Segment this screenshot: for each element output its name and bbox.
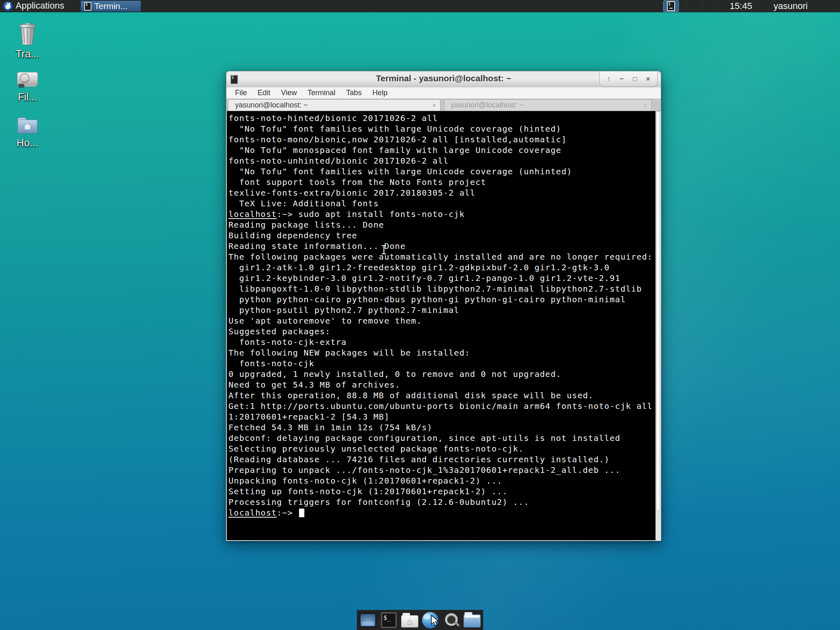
terminal-line: Setting up fonts-noto-cjk (1:20170601+re… bbox=[228, 486, 654, 497]
terminal-line: "No Tofu" monospaced font family with la… bbox=[228, 145, 654, 155]
taskbar-window-label: Termin... bbox=[94, 1, 128, 11]
desktop-icon-label: Ho... bbox=[5, 137, 50, 149]
tab-2[interactable]: yasunori@localhost: ~× bbox=[444, 99, 652, 111]
terminal-line: Use 'apt autoremove' to remove them. bbox=[228, 315, 654, 326]
terminal-line: "No Tofu" font families with large Unico… bbox=[228, 166, 654, 177]
tabbar: yasunori@localhost: ~×yasunori@localhost… bbox=[226, 98, 661, 111]
clock[interactable]: 15:45 bbox=[730, 1, 752, 11]
user-menu[interactable]: yasunori bbox=[774, 1, 808, 11]
terminal-line: Building dependency tree bbox=[228, 230, 654, 241]
applications-menu-icon[interactable] bbox=[3, 1, 13, 11]
panel-separator bbox=[687, 1, 687, 11]
dock-item-search[interactable] bbox=[443, 612, 460, 629]
dock bbox=[357, 610, 483, 630]
terminal-line: After this operation, 88.8 MB of additio… bbox=[228, 390, 654, 401]
menu-help[interactable]: Help bbox=[367, 89, 393, 97]
menubar: FileEditViewTerminalTabsHelp bbox=[226, 87, 661, 98]
file-manager-icon bbox=[463, 614, 481, 628]
systray-terminal-item[interactable] bbox=[663, 0, 679, 12]
terminal-line: gir1.2-keybinder-3.0 gir1.2-notify-0.7 g… bbox=[228, 273, 654, 283]
terminal-scrollbar[interactable] bbox=[655, 111, 660, 540]
trash-icon bbox=[18, 23, 37, 46]
window-controls: ↑−□× bbox=[599, 71, 657, 87]
terminal-screen[interactable]: fonts-noto-hinted/bionic 20171026-2 all … bbox=[226, 111, 661, 541]
close-button[interactable]: × bbox=[643, 74, 653, 84]
desktop-icon-filesystem[interactable]: Fil... bbox=[5, 71, 50, 103]
tab-label: yasunori@localhost: ~ bbox=[451, 101, 640, 110]
dock-item-home-folder[interactable] bbox=[401, 612, 418, 629]
terminal-line: 1:20170601+repack1-2 [54.3 MB] bbox=[228, 411, 654, 422]
home-folder-icon bbox=[16, 116, 39, 135]
desktop-wallpaper: Applications Termin... 15:45 yasunori bbox=[0, 0, 840, 630]
terminal-output: fonts-noto-hinted/bionic 20171026-2 all … bbox=[228, 113, 654, 518]
top-panel: Applications Termin... 15:45 yasunori bbox=[0, 0, 840, 12]
harddisk-icon bbox=[16, 71, 39, 89]
dock-item-show-desktop[interactable] bbox=[359, 612, 377, 629]
terminal-line: Reading state information... Done bbox=[228, 241, 654, 251]
dock-item-file-manager[interactable] bbox=[463, 612, 481, 629]
terminal-line: python-psutil python2.7 python2.7-minima… bbox=[228, 305, 654, 315]
terminal-icon bbox=[381, 612, 397, 628]
dock-item-terminal[interactable] bbox=[380, 612, 397, 629]
terminal-line: Get:1 http://ports.ubuntu.com/ubuntu-por… bbox=[228, 401, 654, 411]
terminal-line: The following NEW packages will be insta… bbox=[228, 347, 654, 358]
menu-file[interactable]: File bbox=[230, 89, 252, 97]
terminal-icon bbox=[667, 1, 675, 11]
applications-menu[interactable]: Applications bbox=[16, 0, 64, 11]
terminal-line: fonts-noto-cjk-extra bbox=[228, 337, 654, 347]
terminal-line: Fetched 54.3 MB in 1min 12s (754 kB/s) bbox=[228, 422, 654, 433]
terminal-line: Preparing to unpack .../fonts-noto-cjk_1… bbox=[228, 465, 654, 475]
menu-edit[interactable]: Edit bbox=[252, 89, 276, 97]
tab-1[interactable]: yasunori@localhost: ~× bbox=[228, 99, 441, 111]
shade-button[interactable]: ↑ bbox=[604, 74, 614, 84]
menu-tabs[interactable]: Tabs bbox=[341, 89, 367, 97]
terminal-line: font support tools from the Noto Fonts p… bbox=[228, 177, 654, 187]
terminal-line: Reading package lists... Done bbox=[228, 219, 654, 230]
panel-separator bbox=[718, 1, 718, 11]
desktop-icon-home[interactable]: Ho... bbox=[5, 116, 50, 149]
desktop-icon-trash[interactable]: Tra... bbox=[5, 23, 50, 60]
terminal-icon bbox=[84, 2, 91, 11]
desktop-icon-label: Fil... bbox=[5, 91, 50, 103]
terminal-line: Selecting previously unselected package … bbox=[228, 443, 654, 454]
show-desktop-icon bbox=[359, 613, 377, 628]
terminal-line: python python-cairo python-dbus python-g… bbox=[228, 294, 654, 305]
terminal-line: gir1.2-atk-1.0 gir1.2-freedesktop gir1.2… bbox=[228, 262, 654, 273]
terminal-line: texlive-fonts-extra/bionic 2017.20180305… bbox=[228, 187, 654, 198]
menu-view[interactable]: View bbox=[276, 89, 302, 97]
terminal-line: Suggested packages: bbox=[228, 326, 654, 337]
terminal-line: localhost:~> sudo apt install fonts-noto… bbox=[228, 209, 654, 219]
terminal-line: fonts-noto-mono/bionic,now 20171026-2 al… bbox=[228, 134, 654, 145]
terminal-line: libpangoxft-1.0-0 libpython-stdlib libpy… bbox=[228, 283, 654, 294]
terminal-line: fonts-noto-unhinted/bionic 20171026-2 al… bbox=[228, 155, 654, 166]
terminal-line: Unpacking fonts-noto-cjk (1:20170601+rep… bbox=[228, 475, 654, 486]
mouse-ibeam-cursor bbox=[381, 245, 387, 254]
minimize-button[interactable]: − bbox=[617, 74, 627, 84]
menu-terminal[interactable]: Terminal bbox=[302, 89, 341, 97]
terminal-window: Terminal - yasunori@localhost: ~ ↑−□× Fi… bbox=[226, 71, 661, 541]
terminal-line: fonts-noto-cjk bbox=[228, 358, 654, 369]
window-title: Terminal - yasunori@localhost: ~ bbox=[226, 73, 661, 83]
tab-label: yasunori@localhost: ~ bbox=[235, 101, 429, 110]
terminal-line: fonts-noto-hinted/bionic 20171026-2 all bbox=[228, 113, 654, 123]
search-icon bbox=[443, 612, 460, 629]
desktop-icon-label: Tra... bbox=[5, 48, 50, 60]
terminal-line: TeX Live: Additional fonts bbox=[228, 198, 654, 209]
tab-close-icon[interactable]: × bbox=[429, 102, 436, 109]
maximize-button[interactable]: □ bbox=[630, 74, 640, 84]
tab-close-icon[interactable]: × bbox=[640, 102, 647, 109]
terminal-line: "No Tofu" font families with large Unico… bbox=[228, 123, 654, 134]
terminal-line: debconf: delaying package configuration,… bbox=[228, 433, 654, 443]
terminal-line: (Reading database ... 74216 files and di… bbox=[228, 454, 654, 465]
terminal-line: Processing triggers for fontconfig (2.12… bbox=[228, 497, 654, 507]
terminal-line: Need to get 54.3 MB of archives. bbox=[228, 379, 654, 390]
terminal-cursor bbox=[299, 509, 304, 517]
home-folder-icon bbox=[401, 615, 418, 628]
mouse-arrow-cursor bbox=[430, 614, 441, 627]
terminal-line: localhost:~> bbox=[228, 507, 654, 518]
titlebar[interactable]: Terminal - yasunori@localhost: ~ ↑−□× bbox=[226, 71, 661, 87]
terminal-line: The following packages were automaticall… bbox=[228, 251, 654, 262]
panel-separator bbox=[702, 1, 703, 11]
scrollbar-thumb[interactable] bbox=[656, 112, 660, 511]
taskbar-window-button[interactable]: Termin... bbox=[80, 0, 141, 12]
